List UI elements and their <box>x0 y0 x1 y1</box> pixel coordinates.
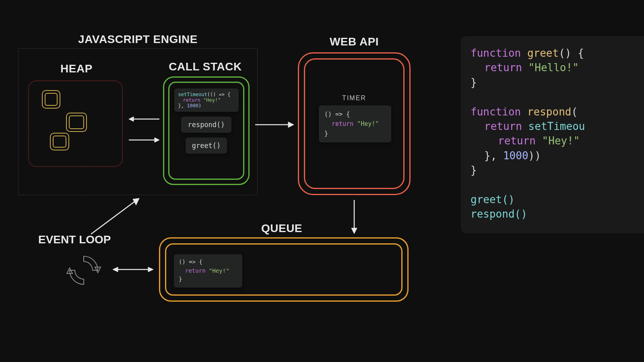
event-loop-icon <box>64 250 104 290</box>
arrow-eventloop-diag-icon <box>88 197 140 237</box>
call-stack-title: CALL STACK <box>159 60 252 73</box>
heap-title: HEAP <box>32 62 121 75</box>
stack-frame: respond() <box>181 117 231 133</box>
js-engine-title: JAVASCRIPT ENGINE <box>18 33 258 46</box>
source-code-panel: function greet() { return "Hello!" } fun… <box>461 36 644 233</box>
queue-title: QUEUE <box>157 222 407 235</box>
stack-frame: setTimeout(() => { return "Hey!" }, 1000… <box>174 88 239 112</box>
heap-box <box>28 80 123 167</box>
timer-callback-code: () => { return "Hey!" } <box>319 105 391 142</box>
heap-object <box>50 133 69 150</box>
call-stack-box: setTimeout(() => { return "Hey!" }, 1000… <box>163 76 250 185</box>
stack-frame: greet() <box>186 138 227 154</box>
arrow-stack-to-webapi-icon <box>254 121 295 129</box>
arrow-heap-right-icon <box>128 136 160 144</box>
heap-object <box>66 113 87 132</box>
svg-marker-7 <box>288 122 294 128</box>
arrow-eventloop-queue-icon <box>112 265 154 274</box>
arrow-heap-left-icon <box>128 115 160 123</box>
svg-line-10 <box>91 201 135 234</box>
svg-marker-14 <box>148 267 153 272</box>
heap-object <box>42 90 60 109</box>
svg-marker-9 <box>351 228 357 234</box>
arrow-webapi-to-queue-icon <box>350 199 358 234</box>
svg-marker-13 <box>113 267 118 272</box>
svg-marker-3 <box>129 117 134 121</box>
timer-title: TIMER <box>322 95 386 102</box>
svg-marker-5 <box>155 138 159 142</box>
web-api-title: WEB API <box>296 35 413 48</box>
queue-callback-code: () => { return "Hey!" } <box>174 254 242 288</box>
